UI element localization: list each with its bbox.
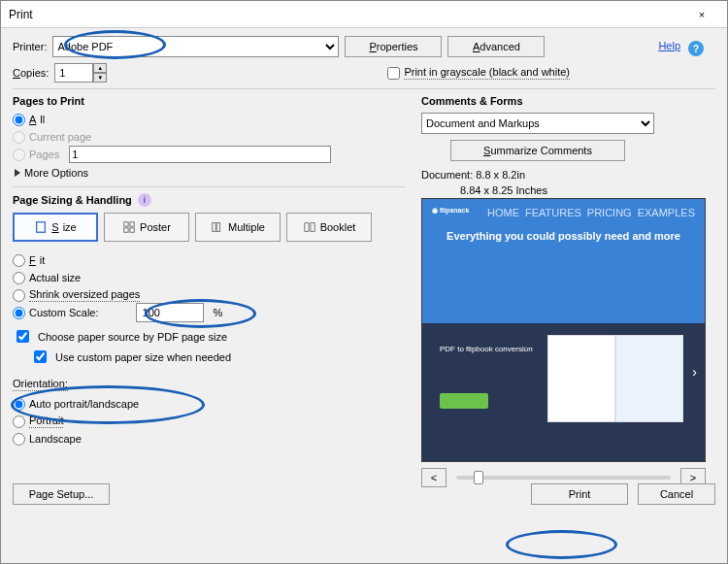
pages-current-radio[interactable] (13, 131, 25, 144)
advanced-button[interactable]: Advanced (447, 36, 545, 57)
copies-input[interactable] (54, 63, 93, 83)
preview-hero-text: Everything you could possibly need and m… (422, 230, 705, 242)
grayscale-checkbox[interactable] (387, 67, 400, 80)
preview-top-nav: HOMEFEATURESPRICINGEXAMPLES (487, 207, 695, 218)
svg-rect-0 (37, 222, 46, 233)
pages-all-radio[interactable] (13, 114, 25, 126)
help-icon[interactable]: ? (688, 41, 704, 56)
divider (13, 88, 715, 89)
dialog-body: Printer: Adobe PDF Properties Advanced H… (1, 28, 727, 514)
pages-current-radio-row[interactable]: Current page (13, 128, 406, 146)
more-options-toggle[interactable]: More Options (15, 167, 406, 179)
document-dimensions: Document: 8.8 x 8.2in (421, 169, 715, 181)
preview-cta-button (440, 393, 488, 409)
size-button[interactable]: Size (13, 213, 98, 242)
pages-all-radio-row[interactable]: All (13, 111, 406, 128)
copies-down-button[interactable]: ▼ (93, 73, 107, 83)
booklet-label: Booklet (320, 221, 356, 233)
choose-source-label: Choose paper source by PDF page size (38, 331, 227, 343)
multiple-button[interactable]: Multiple (195, 213, 281, 242)
paper-dimensions: 8.84 x 8.25 Inches (460, 184, 715, 196)
fit-radio-row[interactable]: Fit (13, 251, 406, 269)
actual-radio[interactable] (13, 272, 25, 284)
copies-spinner[interactable]: ▲ ▼ (54, 63, 107, 83)
orientation-title: Orientation: (13, 378, 68, 391)
print-button[interactable]: Print (531, 483, 628, 505)
slider-thumb[interactable] (474, 471, 483, 484)
chevron-left-icon: < (431, 472, 437, 483)
orientation-auto-label: Auto portrait/landscape (29, 398, 139, 410)
percent-label: % (214, 307, 223, 318)
poster-button[interactable]: Poster (104, 213, 189, 242)
pages-range-label: Pages (29, 149, 59, 160)
preview-page: ◉ flipsnack HOMEFEATURESPRICINGEXAMPLES … (422, 199, 705, 461)
page-setup-button[interactable]: Page Setup... (13, 483, 110, 505)
multiple-label: Multiple (228, 221, 265, 233)
copies-up-button[interactable]: ▲ (93, 63, 107, 73)
help-link[interactable]: Help (658, 40, 680, 51)
comments-forms-select[interactable]: Document and Markups (421, 113, 654, 134)
booklet-button[interactable]: Booklet (286, 213, 372, 242)
close-button[interactable]: × (684, 2, 719, 27)
use-custom-paper-row[interactable]: Use custom paper size when needed (30, 348, 406, 366)
custom-scale-radio[interactable] (13, 307, 25, 319)
preview-section-heading: PDF to flipbook conversion (440, 345, 537, 353)
pages-range-radio-row[interactable]: Pages (13, 146, 406, 163)
svg-rect-3 (124, 228, 128, 232)
preview-nav-right-icon: › (692, 364, 697, 380)
choose-source-checkbox[interactable] (17, 330, 29, 343)
printer-label: Printer: (13, 41, 47, 52)
orientation-auto-radio[interactable] (13, 398, 25, 411)
size-icon (34, 220, 48, 234)
bottom-bar: Page Setup... Print Cancel (13, 483, 715, 505)
custom-scale-input[interactable] (136, 303, 204, 322)
orientation-portrait-row[interactable]: Portrait (13, 413, 406, 430)
close-icon: × (699, 9, 705, 20)
poster-icon (122, 220, 136, 234)
copies-label: Copies: (13, 67, 49, 79)
use-custom-paper-checkbox[interactable] (34, 350, 47, 363)
use-custom-paper-label: Use custom paper size when needed (55, 351, 231, 363)
custom-scale-radio-row[interactable]: Custom Scale: % (13, 304, 406, 321)
preview-nav-left-icon: ‹ (553, 364, 558, 380)
grayscale-label: Print in grayscale (black and white) (404, 66, 570, 80)
orientation-landscape-row[interactable]: Landscape (13, 430, 406, 448)
comments-title: Comments & Forms (421, 95, 715, 107)
annotation-ellipse-print (506, 530, 617, 559)
triangle-right-icon (15, 169, 20, 177)
choose-source-row[interactable]: Choose paper source by PDF page size (13, 327, 406, 346)
multiple-icon (211, 220, 224, 234)
summarize-comments-button[interactable]: Summarize Comments (450, 140, 625, 161)
pages-current-label: Current page (29, 131, 91, 143)
svg-rect-2 (130, 222, 134, 226)
preview-book-graphic (547, 335, 683, 422)
shrink-radio-row[interactable]: Shrink oversized pages (13, 286, 406, 304)
orientation-landscape-label: Landscape (29, 433, 82, 445)
booklet-icon (303, 220, 316, 234)
orientation-landscape-radio[interactable] (13, 433, 25, 446)
page-slider[interactable] (456, 476, 671, 480)
pages-range-input[interactable] (69, 146, 331, 163)
shrink-radio[interactable] (13, 289, 25, 302)
fit-radio[interactable] (13, 254, 25, 267)
divider (13, 186, 406, 187)
sizing-mode-buttons: Size Poster Multiple Booklet (13, 213, 406, 242)
shrink-label: Shrink oversized pages (29, 288, 140, 302)
actual-label: Actual size (29, 272, 81, 283)
properties-button[interactable]: Properties (345, 36, 442, 57)
titlebar: Print × (1, 1, 727, 28)
print-dialog: Print × Printer: Adobe PDF Properties Ad… (0, 0, 728, 564)
svg-rect-4 (130, 228, 134, 232)
orientation-auto-row[interactable]: Auto portrait/landscape (13, 395, 406, 413)
printer-select[interactable]: Adobe PDF (52, 36, 339, 57)
grayscale-checkbox-row[interactable]: Print in grayscale (black and white) (387, 66, 570, 80)
custom-scale-label: Custom Scale: (29, 307, 99, 318)
left-column: Pages to Print All Current page Pages Mo… (13, 95, 406, 505)
orientation-portrait-radio[interactable] (13, 415, 25, 428)
pages-range-radio[interactable] (13, 149, 25, 161)
pages-to-print-title: Pages to Print (13, 95, 406, 107)
chevron-right-icon: > (690, 472, 696, 483)
actual-radio-row[interactable]: Actual size (13, 269, 406, 286)
info-icon[interactable]: i (138, 193, 151, 207)
cancel-button[interactable]: Cancel (638, 483, 715, 505)
